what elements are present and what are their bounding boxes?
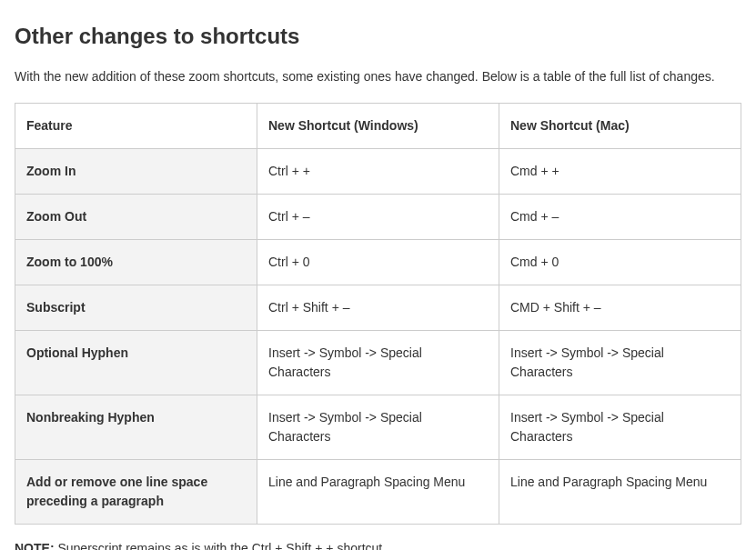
table-row: Zoom to 100% Ctrl + 0 Cmd + 0: [15, 240, 741, 285]
cell-mac: CMD + Shift + –: [499, 285, 741, 331]
cell-mac: Cmd + 0: [499, 240, 741, 285]
cell-feature: Add or remove one line space preceding a…: [15, 460, 257, 525]
cell-windows: Ctrl + Shift + –: [257, 285, 499, 331]
cell-windows: Ctrl + –: [257, 195, 499, 240]
cell-mac: Cmd + –: [499, 195, 741, 240]
cell-feature: Zoom In: [15, 149, 257, 195]
shortcuts-table: Feature New Shortcut (Windows) New Short…: [15, 103, 741, 525]
table-row: Zoom In Ctrl + + Cmd + +: [15, 149, 741, 195]
table-row: Subscript Ctrl + Shift + – CMD + Shift +…: [15, 285, 741, 331]
note-text: NOTE: Superscript remains as is with the…: [15, 541, 741, 550]
section-heading: Other changes to shortcuts: [15, 24, 741, 49]
cell-windows: Line and Paragraph Spacing Menu: [257, 460, 499, 525]
table-row: Nonbreaking Hyphen Insert -> Symbol -> S…: [15, 395, 741, 460]
header-mac: New Shortcut (Mac): [499, 104, 741, 149]
header-windows: New Shortcut (Windows): [257, 104, 499, 149]
note-label: NOTE:: [15, 541, 55, 550]
intro-text: With the new addition of these zoom shor…: [15, 67, 741, 86]
cell-mac: Insert -> Symbol -> Special Characters: [499, 395, 741, 460]
cell-feature: Zoom Out: [15, 195, 257, 240]
note-body: Superscript remains as is with the Ctrl …: [55, 541, 387, 550]
header-feature: Feature: [15, 104, 257, 149]
table-row: Optional Hyphen Insert -> Symbol -> Spec…: [15, 331, 741, 395]
cell-feature: Zoom to 100%: [15, 240, 257, 285]
cell-windows: Insert -> Symbol -> Special Characters: [257, 331, 499, 395]
cell-mac: Insert -> Symbol -> Special Characters: [499, 331, 741, 395]
cell-windows: Ctrl + 0: [257, 240, 499, 285]
cell-feature: Optional Hyphen: [15, 331, 257, 395]
cell-windows: Insert -> Symbol -> Special Characters: [257, 395, 499, 460]
cell-feature: Nonbreaking Hyphen: [15, 395, 257, 460]
cell-mac: Cmd + +: [499, 149, 741, 195]
table-header-row: Feature New Shortcut (Windows) New Short…: [15, 104, 741, 149]
cell-feature: Subscript: [15, 285, 257, 331]
table-row: Add or remove one line space preceding a…: [15, 460, 741, 525]
cell-mac: Line and Paragraph Spacing Menu: [499, 460, 741, 525]
cell-windows: Ctrl + +: [257, 149, 499, 195]
table-row: Zoom Out Ctrl + – Cmd + –: [15, 195, 741, 240]
